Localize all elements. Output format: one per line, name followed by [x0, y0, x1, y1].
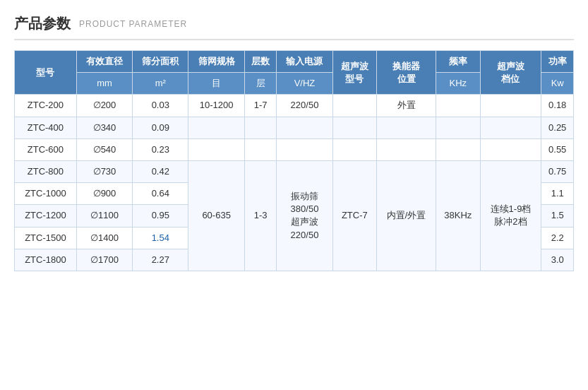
table-cell: ZTC-1000 — [15, 183, 77, 205]
table-cell: ZTC-1500 — [15, 227, 77, 249]
col-unit-frequency: KHz — [436, 73, 480, 95]
table-cell: 220/50 — [277, 95, 332, 117]
table-cell: 60-635 — [188, 160, 244, 271]
table-cell: ZTC-200 — [15, 95, 77, 117]
table-cell: 1-7 — [244, 95, 277, 117]
table-cell: 0.55 — [541, 138, 574, 160]
table-cell: ZTC-1200 — [15, 205, 77, 227]
page-title-en: PRODUCT PARAMETER — [79, 19, 187, 29]
col-header-power-kw: 功率 — [541, 51, 574, 73]
table-cell: 0.03 — [133, 95, 188, 117]
page-header: 产品参数 PRODUCT PARAMETER — [14, 14, 574, 40]
col-header-transducer-pos: 换能器位置 — [377, 51, 436, 95]
table-cell: ∅1100 — [76, 205, 132, 227]
table-row: ZTC-600∅5400.230.55 — [15, 138, 574, 160]
table-cell — [332, 117, 376, 138]
col-header-power-input: 输入电源 — [277, 51, 332, 73]
table-cell: ZTC-800 — [15, 160, 77, 182]
col-unit-mesh: 目 — [188, 73, 244, 95]
col-header-area: 筛分面积 — [133, 51, 188, 73]
table-cell — [188, 138, 244, 160]
table-cell: ∅1700 — [76, 249, 132, 271]
page-title-zh: 产品参数 — [14, 14, 71, 33]
table-cell: 0.23 — [133, 138, 188, 160]
col-unit-diameter: mm — [76, 73, 132, 95]
col-header-frequency: 频率 — [436, 51, 480, 73]
table-body: ZTC-200∅2000.0310-12001-7220/50外置0.18ZTC… — [15, 95, 574, 271]
table-cell — [188, 117, 244, 138]
table-cell: 1.54 — [133, 227, 188, 249]
table-cell — [244, 117, 277, 138]
table-cell: 1-3 — [244, 160, 277, 271]
col-unit-power: V/HZ — [277, 73, 332, 95]
table-cell: 1.1 — [541, 183, 574, 205]
table-cell: 10-1200 — [188, 95, 244, 117]
col-unit-power-kw: Kw — [541, 73, 574, 95]
table-wrapper: 振泰机械 ZHENTAIJIXIE 型号 有效直径 筛分面积 筛网规格 层数 输… — [14, 50, 574, 271]
table-cell: 2.27 — [133, 249, 188, 271]
table-cell: 内置/外置 — [377, 160, 436, 271]
product-parameter-table: 型号 有效直径 筛分面积 筛网规格 层数 输入电源 超声波型号 换能器位置 频率… — [14, 50, 574, 271]
table-cell — [277, 138, 332, 160]
col-header-model: 型号 — [15, 51, 77, 95]
table-cell — [377, 138, 436, 160]
table-cell: ∅1400 — [76, 227, 132, 249]
table-cell — [480, 138, 541, 160]
table-cell — [332, 95, 376, 117]
table-cell — [436, 138, 480, 160]
table-cell: 连续1-9档脉冲2档 — [480, 160, 541, 271]
table-cell: 0.18 — [541, 95, 574, 117]
table-cell — [436, 95, 480, 117]
table-header-row-1: 型号 有效直径 筛分面积 筛网规格 层数 输入电源 超声波型号 换能器位置 频率… — [15, 51, 574, 73]
table-cell: 0.64 — [133, 183, 188, 205]
table-cell — [480, 95, 541, 117]
col-unit-layers: 层 — [244, 73, 277, 95]
col-unit-area: m² — [133, 73, 188, 95]
table-cell: ZTC-7 — [332, 160, 376, 271]
table-cell: ∅730 — [76, 160, 132, 182]
col-header-diameter: 有效直径 — [76, 51, 132, 73]
table-cell: 0.95 — [133, 205, 188, 227]
table-cell — [436, 117, 480, 138]
col-header-layers: 层数 — [244, 51, 277, 73]
table-row: ZTC-400∅3400.090.25 — [15, 117, 574, 138]
table-cell: ZTC-400 — [15, 117, 77, 138]
table-row: ZTC-800∅7300.4260-6351-3振动筛380/50超声波220/… — [15, 160, 574, 182]
table-cell: ∅340 — [76, 117, 132, 138]
col-header-ultrasonic-model: 超声波型号 — [332, 51, 376, 95]
table-cell — [377, 117, 436, 138]
col-header-ultrasonic-gear: 超声波档位 — [480, 51, 541, 95]
col-header-mesh-spec: 筛网规格 — [188, 51, 244, 73]
table-cell: 0.09 — [133, 117, 188, 138]
table-cell: 1.5 — [541, 205, 574, 227]
table-cell — [244, 138, 277, 160]
table-cell: ZTC-1800 — [15, 249, 77, 271]
table-cell: ZTC-600 — [15, 138, 77, 160]
table-cell: 0.75 — [541, 160, 574, 182]
table-cell: ∅900 — [76, 183, 132, 205]
table-cell: 3.0 — [541, 249, 574, 271]
table-cell: 0.42 — [133, 160, 188, 182]
table-row: ZTC-200∅2000.0310-12001-7220/50外置0.18 — [15, 95, 574, 117]
table-cell — [332, 138, 376, 160]
table-cell: 0.25 — [541, 117, 574, 138]
table-cell: ∅540 — [76, 138, 132, 160]
table-cell: 振动筛380/50超声波220/50 — [277, 160, 332, 271]
table-cell — [480, 117, 541, 138]
table-cell: 外置 — [377, 95, 436, 117]
table-cell: 38KHz — [436, 160, 480, 271]
table-cell: ∅200 — [76, 95, 132, 117]
table-cell: 2.2 — [541, 227, 574, 249]
table-cell — [277, 117, 332, 138]
